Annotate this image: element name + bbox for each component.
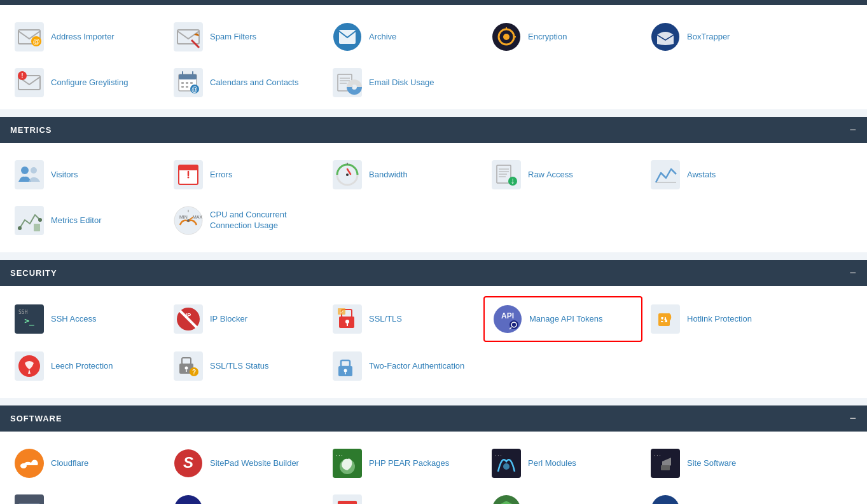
select-php-icon: PHP (650, 494, 681, 504)
visitors[interactable]: Visitors (6, 153, 165, 196)
greylisting-icon: ! (14, 67, 45, 98)
errors[interactable]: Errors (165, 153, 324, 196)
svg-rect-38 (15, 160, 44, 189)
svg-point-63 (38, 218, 42, 222)
metrics-items: Visitors Errors (0, 143, 867, 252)
errors-label: Errors (210, 170, 232, 180)
svg-point-62 (18, 226, 22, 230)
svg-text:✓: ✓ (340, 310, 344, 315)
site-software[interactable]: ··· Site Software (642, 442, 801, 485)
encryption-icon (491, 22, 522, 52)
api-tokens-label: Manage API Tokens (529, 314, 602, 325)
errors-icon (173, 160, 204, 190)
svg-point-40 (31, 167, 37, 174)
disk-usage-label: Email Disk Usage (369, 78, 434, 88)
multiphp-ini[interactable]: .ini MultiPHP INI Editor (165, 487, 324, 504)
ssh-label: SSH Access (51, 314, 97, 325)
svg-point-50 (346, 174, 349, 176)
svg-rect-24 (181, 82, 184, 84)
spam-filters[interactable]: Spam Filters (165, 15, 324, 58)
svg-rect-123 (661, 465, 670, 470)
perl-label: Perl Modules (528, 458, 576, 469)
svg-text:SSH: SSH (18, 310, 28, 315)
software-header: SOFTWARE − (0, 405, 867, 432)
select-php[interactable]: PHP Select PHP Version (642, 487, 801, 504)
metrics-collapse[interactable]: − (849, 123, 857, 137)
top-bar (0, 0, 867, 5)
svg-rect-21 (179, 74, 197, 79)
perl-modules[interactable]: ··· Perl Modules (483, 442, 642, 485)
svg-point-44 (188, 177, 190, 179)
configure-greylisting[interactable]: ! Configure Greylisting (6, 61, 165, 104)
ip-blocker-label: IP Blocker (210, 314, 247, 325)
perl-icon: ··· (491, 448, 522, 479)
security-title: SECURITY (10, 268, 57, 278)
svg-point-120 (503, 463, 510, 470)
svg-point-39 (21, 167, 29, 174)
awstats[interactable]: Awstats (642, 153, 801, 196)
software-section: SOFTWARE − Cloudflare S SitePad Website … (0, 405, 867, 504)
leech-protection[interactable]: Leech Protection (6, 344, 165, 388)
ssl-tls-label: SSL/TLS (369, 314, 402, 325)
cloudflare[interactable]: Cloudflare (6, 442, 165, 485)
multiphp-manager[interactable]: PHP MultiPHP Manager (6, 487, 165, 504)
awstats-label: Awstats (687, 170, 716, 180)
site-software-label: Site Software (687, 458, 736, 469)
svg-text:>_: >_ (24, 316, 34, 326)
email-section: @ Address Importer Spam Filters (0, 5, 867, 109)
software-title: SOFTWARE (10, 414, 62, 423)
encryption[interactable]: Encryption (483, 15, 642, 58)
ssl-status-icon: ? (173, 351, 204, 381)
leech-icon (14, 351, 45, 381)
security-collapse[interactable]: − (849, 266, 857, 280)
php-pear[interactable]: ··· PHP PEAR Packages (324, 442, 483, 485)
softaculous[interactable]: WP Apps ⚙ Softaculous Apps Installer (324, 487, 483, 504)
svg-text:!: ! (21, 72, 23, 79)
bandwidth[interactable]: Bandwidth (324, 153, 483, 196)
svg-point-140 (651, 495, 679, 504)
archive[interactable]: Archive (324, 15, 483, 58)
address-importer[interactable]: @ Address Importer (6, 15, 165, 58)
svg-point-81 (345, 320, 349, 324)
metrics-section: METRICS − Visitors (0, 117, 867, 252)
spam-filters-icon (173, 22, 204, 52)
svg-point-95 (663, 320, 665, 322)
svg-rect-59 (651, 160, 680, 189)
manage-api-tokens[interactable]: API Manage API Tokens (483, 296, 642, 342)
metrics-editor[interactable]: Metrics Editor (6, 199, 165, 242)
svg-rect-51 (492, 160, 521, 189)
svg-text:···: ··· (653, 453, 662, 458)
sitepad[interactable]: S SitePad Website Builder (165, 442, 324, 485)
ssh-icon: >_ SSH (14, 304, 45, 334)
visitors-icon (14, 160, 45, 190)
encryption-label: Encryption (528, 32, 567, 43)
svg-text:@: @ (33, 37, 40, 45)
ip-blocker[interactable]: IP IP Blocker (165, 296, 324, 342)
cloudflare-icon (14, 448, 45, 479)
site-software-icon: ··· (650, 448, 681, 479)
raw-access[interactable]: ↓ Raw Access (483, 153, 642, 196)
calendars-icon: @ (173, 67, 204, 98)
php-pear-label: PHP PEAR Packages (369, 458, 449, 469)
software-collapse[interactable]: − (849, 412, 857, 425)
svg-rect-27 (181, 86, 184, 88)
calendars-label: Calendars and Contacts (210, 78, 298, 88)
greylisting-label: Configure Greylisting (51, 78, 128, 88)
cpu-usage[interactable]: MIN MAX CPU and Concurrent Connection Us… (165, 199, 324, 242)
cloudflare-label: Cloudflare (51, 458, 88, 469)
ssh-access[interactable]: >_ SSH SSH Access (6, 296, 165, 342)
nodejs-app[interactable]: N Setup Node.js App (483, 487, 642, 504)
ssl-tls-status[interactable]: ? SSL/TLS Status (165, 344, 324, 388)
boxtrapper[interactable]: BoxTrapper (642, 15, 801, 58)
hotlink-protection[interactable]: Hotlink Protection (642, 296, 801, 342)
email-disk-usage[interactable]: Email Disk Usage (324, 61, 483, 104)
calendars-contacts[interactable]: @ Calendars and Contacts (165, 61, 324, 104)
svg-rect-28 (186, 86, 188, 88)
two-factor-auth[interactable]: Two-Factor Authentication (324, 344, 483, 388)
ssl-tls[interactable]: ✓ SSL/TLS (324, 296, 483, 342)
security-section: SECURITY − >_ SSH SSH Access IP (0, 260, 867, 398)
svg-point-109 (344, 369, 347, 372)
bandwidth-label: Bandwidth (369, 170, 408, 180)
raw-access-label: Raw Access (528, 170, 573, 180)
cpu-icon: MIN MAX (173, 205, 204, 236)
